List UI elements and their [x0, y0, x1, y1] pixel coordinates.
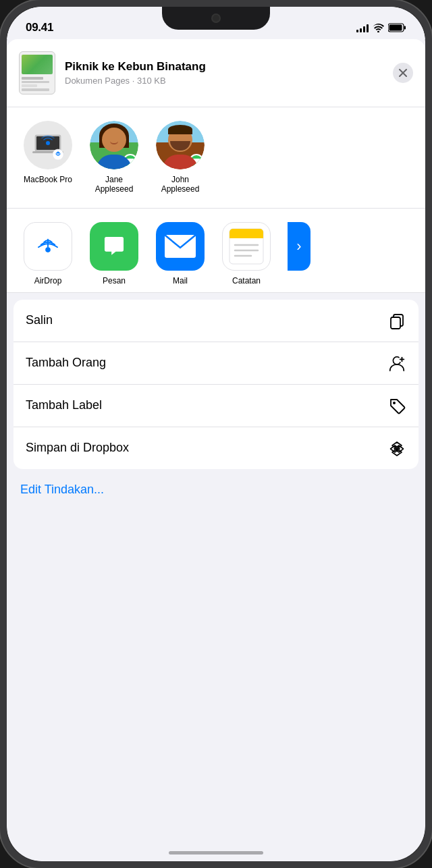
airdrop-svg — [32, 231, 63, 262]
front-camera — [211, 13, 221, 23]
status-icons — [356, 23, 406, 32]
pesan-svg — [99, 231, 130, 262]
svg-marker-26 — [392, 449, 402, 456]
share-sheet: Piknik ke Kebun Binatang Dokumen Pages ·… — [7, 39, 425, 510]
pesan-app-icon — [90, 222, 138, 271]
macbook-icon — [28, 126, 68, 165]
jane-avatar — [90, 121, 138, 169]
edit-tindakan[interactable]: Edit Tindakan... — [7, 469, 425, 510]
action-tambah-label-label: Tambah Label — [26, 398, 102, 412]
catatan-svg — [227, 226, 266, 267]
status-time: 09.41 — [26, 21, 53, 34]
contact-john[interactable]: JohnAppleseed — [150, 121, 211, 194]
doc-thumbnail — [19, 51, 55, 94]
action-salin[interactable]: Salin — [14, 300, 418, 342]
signal-icon — [356, 24, 369, 32]
macbook-label: MacBook Pro — [24, 175, 72, 184]
svg-point-6 — [46, 141, 50, 145]
dropbox-icon — [387, 439, 406, 458]
mail-app-icon — [156, 222, 205, 271]
action-tambah-label[interactable]: Tambah Label — [14, 385, 418, 427]
copy-icon — [387, 311, 406, 330]
jane-label: JaneAppleseed — [95, 175, 134, 194]
close-icon — [399, 69, 407, 77]
action-tambah-orang-label: Tambah Orang — [26, 356, 106, 370]
wifi-icon — [373, 24, 384, 32]
more-app-icon: › — [288, 222, 310, 271]
svg-marker-23 — [392, 442, 402, 449]
doc-info: Piknik ke Kebun Binatang Dokumen Pages ·… — [65, 60, 383, 85]
airdrop-label: AirDrop — [34, 276, 62, 286]
home-indicator[interactable] — [169, 851, 263, 855]
doc-thumb-image — [22, 55, 53, 74]
more-chevron-icon: › — [296, 238, 301, 255]
svg-rect-2 — [404, 26, 406, 30]
battery-icon — [388, 23, 406, 32]
screen: 09.41 — [7, 7, 425, 861]
app-more[interactable]: › — [282, 222, 316, 286]
notch — [162, 7, 270, 30]
app-mail[interactable]: Mail — [150, 222, 211, 286]
macbook-avatar — [24, 121, 72, 169]
svg-rect-12 — [230, 234, 263, 238]
svg-rect-1 — [389, 25, 402, 31]
contact-jane[interactable]: JaneAppleseed — [84, 121, 144, 194]
svg-point-22 — [393, 402, 396, 404]
john-label: JohnAppleseed — [161, 175, 200, 194]
contacts-row: MacBook Pro — [7, 107, 425, 209]
airdrop-app-icon — [24, 222, 72, 271]
contact-macbook[interactable]: MacBook Pro — [18, 121, 78, 194]
apps-section: AirDrop Pesan — [7, 209, 425, 293]
apps-row: AirDrop Pesan — [7, 222, 425, 286]
add-person-icon — [387, 354, 406, 373]
mail-label: Mail — [173, 276, 188, 286]
close-button[interactable] — [393, 63, 413, 83]
action-dropbox[interactable]: Simpan di Dropbox — [14, 427, 418, 469]
tag-icon — [387, 396, 406, 415]
action-tambah-orang[interactable]: Tambah Orang — [14, 342, 418, 385]
john-avatar — [156, 121, 205, 169]
app-catatan[interactable]: Catatan — [216, 222, 277, 286]
app-pesan[interactable]: Pesan — [84, 222, 144, 286]
pesan-label: Pesan — [103, 276, 126, 286]
phone-frame: 09.41 — [0, 0, 432, 868]
svg-point-8 — [45, 247, 51, 252]
action-salin-label: Salin — [26, 313, 53, 327]
action-dropbox-label: Simpan di Dropbox — [26, 441, 129, 455]
catatan-app-icon — [222, 222, 271, 271]
catatan-label: Catatan — [232, 276, 261, 286]
svg-rect-17 — [391, 317, 400, 329]
mail-svg — [164, 234, 196, 259]
doc-meta: Dokumen Pages · 310 KB — [65, 76, 383, 86]
app-airdrop[interactable]: AirDrop — [18, 222, 78, 286]
doc-title: Piknik ke Kebun Binatang — [65, 60, 383, 74]
doc-header: Piknik ke Kebun Binatang Dokumen Pages ·… — [7, 39, 425, 107]
action-list: Salin Tambah Orang — [14, 300, 418, 469]
